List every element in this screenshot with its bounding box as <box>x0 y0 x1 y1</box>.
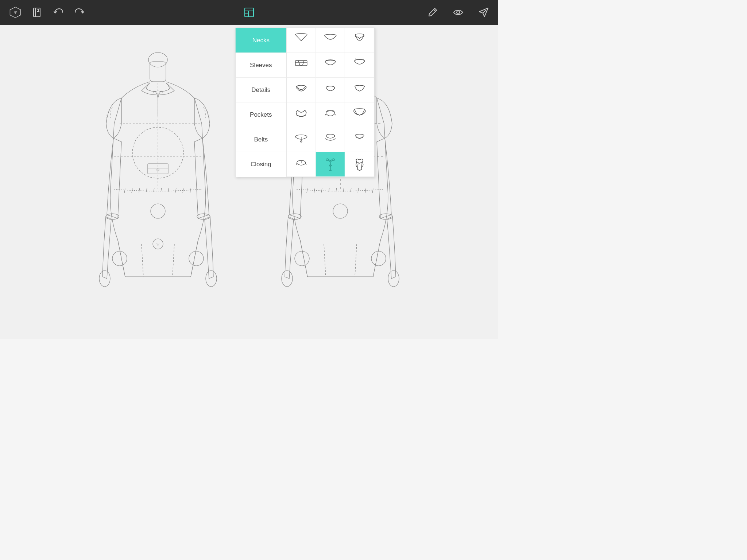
category-details[interactable]: Details <box>236 78 286 102</box>
svg-line-43 <box>183 188 183 193</box>
preview-button[interactable] <box>451 5 465 20</box>
category-belts[interactable]: Belts <box>236 127 286 152</box>
svg-point-28 <box>148 52 167 67</box>
svg-line-19 <box>334 114 335 115</box>
svg-line-40 <box>161 188 162 192</box>
panel-cell-2-2[interactable] <box>345 78 374 102</box>
panel-cell-0-0[interactable] <box>287 28 316 53</box>
svg-point-12 <box>457 11 460 14</box>
svg-line-84 <box>355 244 357 277</box>
svg-line-42 <box>175 188 176 192</box>
svg-point-33 <box>99 271 110 287</box>
panel-categories: Necks Sleeves Details Pockets Belts Clos… <box>236 28 287 177</box>
svg-line-76 <box>358 188 359 192</box>
svg-line-71 <box>321 188 322 192</box>
panel-cell-5-1[interactable] <box>316 152 345 177</box>
svg-line-36 <box>132 188 132 193</box>
garment-front-svg: Ψ <box>89 51 227 324</box>
svg-line-75 <box>351 188 351 192</box>
panel-cell-3-2[interactable] <box>345 102 374 127</box>
svg-line-11 <box>434 9 436 11</box>
panel-cell-3-1[interactable] <box>316 102 345 127</box>
svg-line-83 <box>324 244 326 277</box>
svg-line-38 <box>146 188 147 192</box>
svg-line-55 <box>142 244 143 277</box>
svg-point-59 <box>112 251 127 266</box>
svg-line-56 <box>173 244 174 277</box>
svg-point-87 <box>295 251 309 266</box>
category-sleeves[interactable]: Sleeves <box>236 53 286 78</box>
svg-line-35 <box>124 188 125 193</box>
svg-point-68 <box>388 271 399 287</box>
svg-line-25 <box>356 162 356 165</box>
topbar-center-actions <box>242 5 256 20</box>
library-button[interactable] <box>242 5 256 20</box>
topbar-right-actions <box>425 5 491 20</box>
svg-point-34 <box>206 271 217 287</box>
svg-text:Ψ: Ψ <box>156 242 160 247</box>
pencil-button[interactable] <box>425 5 440 20</box>
svg-line-26 <box>362 162 363 165</box>
canvas-area: Necks Sleeves Details Pockets Belts Clos… <box>0 25 498 339</box>
svg-line-41 <box>168 188 169 192</box>
svg-line-77 <box>365 188 366 193</box>
panel-cell-0-1[interactable] <box>316 28 345 53</box>
category-closing[interactable]: Closing <box>236 152 286 177</box>
panel-cell-3-0[interactable] <box>287 102 316 127</box>
category-pockets[interactable]: Pockets <box>236 102 286 127</box>
panel-cell-0-2[interactable] <box>345 28 374 53</box>
svg-rect-27 <box>150 62 166 82</box>
svg-point-67 <box>282 271 293 287</box>
svg-line-73 <box>336 188 337 192</box>
panel-cell-4-0[interactable] <box>287 127 316 152</box>
new-button[interactable] <box>30 5 44 20</box>
svg-point-60 <box>189 251 204 266</box>
panel-cell-2-1[interactable] <box>316 78 345 102</box>
send-button[interactable] <box>476 5 491 20</box>
svg-rect-16 <box>295 61 307 66</box>
svg-line-72 <box>329 188 329 192</box>
svg-line-74 <box>343 188 344 192</box>
options-panel: Necks Sleeves Details Pockets Belts Clos… <box>235 28 375 177</box>
svg-line-37 <box>139 188 140 192</box>
svg-line-78 <box>372 188 373 193</box>
panel-cell-1-0[interactable] <box>287 53 316 78</box>
panel-cell-4-1[interactable] <box>316 127 345 152</box>
svg-point-88 <box>371 251 386 266</box>
panel-cell-2-0[interactable] <box>287 78 316 102</box>
panel-cell-1-2[interactable] <box>345 53 374 78</box>
topbar: Ψ <box>0 0 498 25</box>
svg-line-70 <box>314 188 315 193</box>
svg-line-44 <box>190 188 191 193</box>
garment-front: Ψ <box>89 51 227 324</box>
svg-line-18 <box>325 114 326 115</box>
logo-icon[interactable]: Ψ <box>7 4 23 20</box>
svg-rect-2 <box>34 8 40 17</box>
panel-cell-1-1[interactable] <box>316 53 345 78</box>
svg-point-86 <box>333 204 348 218</box>
panel-cell-4-2[interactable] <box>345 127 374 152</box>
category-necks[interactable]: Necks <box>236 28 286 53</box>
panel-grid <box>287 28 374 177</box>
svg-point-58 <box>151 204 165 218</box>
undo-button[interactable] <box>51 5 66 20</box>
svg-line-69 <box>307 188 307 193</box>
svg-line-39 <box>154 188 154 192</box>
redo-button[interactable] <box>72 5 87 20</box>
panel-cell-5-2[interactable] <box>345 152 374 177</box>
topbar-left-actions: Ψ <box>7 4 87 20</box>
svg-line-13 <box>483 10 486 13</box>
svg-rect-7 <box>245 8 253 17</box>
svg-text:Ψ: Ψ <box>14 10 17 15</box>
panel-cell-5-0[interactable] <box>287 152 316 177</box>
